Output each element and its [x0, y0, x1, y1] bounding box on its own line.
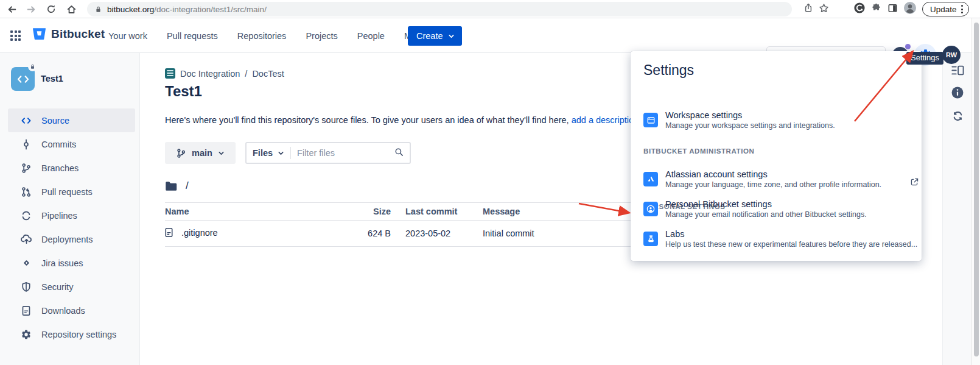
branch-icon	[176, 148, 186, 158]
sidebar-item-repository-settings[interactable]: Repository settings	[8, 322, 135, 346]
current-path: /	[165, 180, 189, 192]
menu-item-title: Personal Bitbucket settings	[665, 199, 772, 209]
toggle-details-panel-icon[interactable]	[950, 63, 965, 77]
sidebar-item-label: Commits	[41, 140, 76, 149]
folder-icon	[165, 181, 178, 191]
browser-chrome: bitbucket.org/doc-integration/test1/src/…	[0, 0, 980, 18]
sidebar-item-deployments[interactable]: Deployments	[8, 227, 135, 251]
path-label: /	[186, 180, 189, 192]
extensions-puzzle-icon[interactable]	[871, 2, 882, 16]
breadcrumb-workspace[interactable]: Doc Integration	[180, 69, 240, 79]
sidebar-item-label: Jira issues	[41, 258, 83, 268]
downloads-file-icon	[20, 305, 32, 317]
browser-menu-icon[interactable]	[961, 5, 963, 13]
branch-selector[interactable]: main	[165, 142, 236, 164]
repo-name: Test1	[41, 74, 63, 83]
url-path: /doc-integration/test1/src/main/	[154, 5, 267, 14]
chevron-down-icon	[218, 150, 225, 157]
nav-your-work[interactable]: Your work	[108, 31, 147, 41]
repo-nav: Source Commits Branches Pull requests Pi…	[8, 108, 135, 346]
file-filter-box: Files	[245, 142, 411, 164]
breadcrumb-project[interactable]: DocTest	[252, 69, 284, 79]
column-header-size[interactable]: Size	[341, 207, 391, 216]
column-header-name[interactable]: Name	[165, 207, 189, 216]
bookmark-star-icon[interactable]	[819, 3, 829, 16]
arrow-to-personal-bitbucket-settings	[579, 204, 629, 213]
files-dropdown[interactable]: Files	[253, 148, 284, 158]
update-label: Update	[930, 5, 957, 14]
menu-item-title: Labs	[665, 229, 684, 239]
menu-item-workspace-settings[interactable]: Workspace settings Manage your workspace…	[638, 110, 914, 139]
sidebar-item-label: Downloads	[41, 306, 85, 316]
side-panel-icon[interactable]	[887, 3, 898, 16]
bitbucket-logo-icon	[32, 26, 47, 41]
personal-settings-icon	[643, 202, 658, 216]
url-host: bitbucket.org	[107, 5, 154, 14]
extension-logo-icon[interactable]	[853, 2, 866, 16]
sidebar-item-downloads[interactable]: Downloads	[8, 299, 135, 322]
menu-item-atlassian-account-settings[interactable]: Atlassian account settings Manage your l…	[638, 169, 914, 198]
page-title: Test1	[165, 83, 202, 100]
share-icon[interactable]	[803, 3, 813, 15]
user-avatar[interactable]: RW	[942, 46, 961, 64]
sidebar-item-security[interactable]: Security	[8, 275, 135, 299]
browser-profile-avatar[interactable]	[903, 1, 917, 17]
column-header-last-commit[interactable]: Last commit	[405, 207, 457, 216]
bitbucket-logo-text: Bitbucket	[51, 27, 105, 41]
column-header-message[interactable]: Message	[483, 207, 520, 216]
address-bar[interactable]: bitbucket.org/doc-integration/test1/src/…	[87, 2, 792, 16]
chevron-down-icon	[448, 33, 455, 40]
nav-projects[interactable]: Projects	[306, 31, 337, 41]
workspace-avatar-icon	[165, 68, 175, 79]
settings-tooltip: Settings	[906, 52, 943, 65]
files-dropdown-label: Files	[253, 148, 273, 158]
sidebar-item-commits[interactable]: Commits	[8, 132, 135, 156]
info-icon[interactable]	[950, 85, 965, 100]
browser-update-button[interactable]: Update	[922, 2, 969, 16]
file-commit-message[interactable]: Initial commit	[483, 229, 534, 238]
sidebar-item-label: Branches	[41, 163, 79, 173]
nav-pull-requests[interactable]: Pull requests	[167, 31, 218, 41]
app-header: Bitbucket Your work Pull requests Reposi…	[0, 18, 980, 53]
filter-files-input[interactable]	[297, 148, 394, 158]
menu-item-description: Manage your workspace settings and integ…	[665, 121, 835, 130]
bitbucket-app: bitbucket.org/doc-integration/test1/src/…	[0, 0, 980, 365]
menu-item-title: Atlassian account settings	[665, 169, 768, 179]
page-scrollbar[interactable]	[971, 18, 980, 365]
sidebar-item-jira-issues[interactable]: Jira issues	[8, 251, 135, 275]
sync-icon[interactable]	[950, 108, 965, 123]
sidebar-item-label: Pull requests	[41, 187, 93, 197]
search-icon	[394, 147, 404, 159]
app-switcher-icon[interactable]	[10, 30, 21, 41]
chevron-down-icon	[278, 150, 284, 157]
file-name[interactable]: .gitignore	[181, 228, 218, 238]
menu-item-title: Workspace settings	[665, 110, 742, 120]
browser-forward-button[interactable]	[24, 2, 38, 16]
sidebar-item-pull-requests[interactable]: Pull requests	[8, 180, 135, 204]
file-icon	[164, 227, 174, 238]
menu-item-personal-bitbucket-settings[interactable]: Personal Bitbucket settings Manage your …	[638, 199, 914, 228]
repo-description: Here's where you'll find this repository…	[165, 115, 639, 125]
add-description-link[interactable]: add a description	[572, 115, 639, 125]
sidebar-item-source[interactable]: Source	[8, 108, 135, 132]
file-size: 624 B	[341, 229, 391, 238]
branch-name: main	[192, 148, 212, 158]
bitbucket-logo[interactable]: Bitbucket	[32, 26, 105, 41]
table-row-gitignore[interactable]: .gitignore	[164, 227, 218, 238]
sidebar-item-branches[interactable]: Branches	[8, 156, 135, 180]
file-last-commit[interactable]: 2023-05-02	[405, 229, 450, 238]
nav-repositories[interactable]: Repositories	[237, 31, 287, 41]
sidebar-item-pipelines[interactable]: Pipelines	[8, 204, 135, 227]
browser-home-button[interactable]	[65, 2, 78, 16]
divider	[290, 147, 291, 159]
menu-item-labs[interactable]: Labs Help us test these new or experimen…	[638, 229, 914, 258]
atlassian-logo-icon	[643, 172, 658, 186]
breadcrumb: Doc Integration / DocTest	[165, 68, 284, 79]
browser-back-button[interactable]	[5, 2, 18, 16]
create-button[interactable]: Create	[408, 26, 462, 46]
scrollbar-thumb[interactable]	[974, 23, 979, 356]
avatar-initials: RW	[946, 51, 957, 58]
nav-people[interactable]: People	[357, 31, 385, 41]
sidebar-item-label: Security	[41, 282, 73, 292]
browser-reload-button[interactable]	[44, 2, 58, 16]
